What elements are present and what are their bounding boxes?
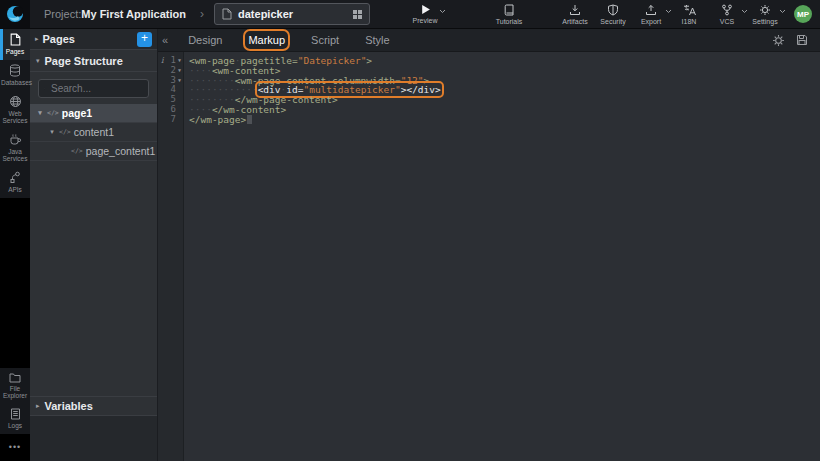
preview-label: Preview: [413, 17, 438, 24]
search-icon: [44, 84, 45, 93]
tab-script[interactable]: Script: [311, 34, 339, 46]
page-structure-label: Page Structure: [45, 55, 151, 67]
page-settings-gear-icon[interactable]: [772, 34, 785, 47]
chevron-down-icon[interactable]: [439, 9, 446, 14]
tab-markup[interactable]: Markup: [248, 34, 285, 46]
tree-item-label: page_content1: [86, 145, 155, 157]
tutorials-label: Tutorials: [496, 18, 523, 25]
download-icon: [569, 4, 581, 16]
left-rail: Pages Databases Web Se: [0, 29, 30, 461]
rail-more-button[interactable]: •••: [0, 434, 30, 461]
page-structure-header[interactable]: ▾ Page Structure: [30, 50, 157, 72]
log-icon: [10, 408, 21, 420]
rail-top-group: Pages Databases Web Se: [0, 29, 30, 198]
code-lines: i1▼<wm-page·pagetitle="Datepicker">2▼···…: [158, 56, 820, 125]
chevron-down-icon[interactable]: [741, 9, 748, 14]
rail-item-pages[interactable]: Pages: [0, 29, 30, 60]
rail-item-file-explorer[interactable]: File Explorer: [0, 368, 30, 404]
dashboard-grid-icon[interactable]: [353, 10, 362, 19]
widget-code-icon: </>: [59, 128, 71, 136]
vcs-button[interactable]: VCS: [712, 4, 742, 25]
pages-sidebar: ▸ Pages + ▾ Page Structure ▾ </>: [30, 29, 158, 461]
wavemaker-logo-icon: [5, 4, 25, 24]
app-logo[interactable]: [0, 0, 30, 28]
i18n-button[interactable]: I18N: [674, 4, 704, 25]
settings-label: Settings: [752, 18, 777, 25]
api-icon: [9, 171, 21, 184]
preview-button[interactable]: Preview: [410, 4, 440, 24]
export-button[interactable]: Export: [636, 4, 666, 25]
rail-item-logs[interactable]: Logs: [0, 404, 30, 434]
save-icon[interactable]: [796, 34, 808, 46]
pages-header-label: Pages: [43, 33, 133, 45]
pages-header[interactable]: ▸ Pages +: [30, 29, 157, 50]
widget-code-icon: </>: [47, 109, 59, 117]
editor-tabbar: « Design Markup Script Style: [158, 29, 820, 52]
tree-item-page1[interactable]: ▾ </> page1: [30, 104, 157, 123]
caret-right-icon[interactable]: ▸: [36, 402, 40, 410]
caret-right-icon[interactable]: ▸: [35, 35, 39, 43]
topbar-actions: Artifacts Security Export: [560, 4, 820, 25]
collapse-sidebar-button[interactable]: «: [162, 34, 168, 46]
markup-code-editor[interactable]: i1▼<wm-page·pagetitle="Datepicker">2▼···…: [158, 52, 820, 461]
breadcrumb-chevron-icon: ›: [200, 7, 204, 21]
line-number: 7: [171, 115, 176, 125]
folder-icon: [9, 372, 21, 383]
code-line[interactable]: 6····</wm-content>: [158, 105, 820, 115]
tab-design[interactable]: Design: [188, 34, 222, 46]
code-line[interactable]: 7</wm-page>: [158, 115, 820, 125]
export-label: Export: [641, 18, 661, 25]
file-icon: [222, 8, 232, 20]
translate-icon: [683, 4, 696, 16]
rail-item-databases[interactable]: Databases: [0, 60, 30, 91]
tab-style[interactable]: Style: [365, 34, 389, 46]
user-avatar[interactable]: MP: [794, 5, 812, 23]
tree-item-content1[interactable]: ▾ </> content1: [30, 123, 157, 142]
vcs-label: VCS: [720, 18, 734, 25]
add-page-button[interactable]: +: [137, 32, 152, 47]
tutorials-button[interactable]: Tutorials: [494, 4, 524, 25]
chevron-down-icon[interactable]: [779, 9, 786, 14]
artifacts-label: Artifacts: [562, 18, 587, 25]
top-bar: Project:My First Application › datepicke…: [0, 0, 820, 29]
caret-down-icon[interactable]: ▾: [36, 57, 40, 65]
security-button[interactable]: Security: [598, 4, 628, 25]
structure-search: [38, 79, 149, 98]
play-icon: [420, 4, 431, 15]
page-icon: [10, 33, 21, 46]
rail-bottom-group: File Explorer Logs: [0, 368, 30, 434]
artifacts-button[interactable]: Artifacts: [560, 4, 590, 25]
tree-item-label: page1: [62, 107, 92, 119]
editor-panel: « Design Markup Script Style: [158, 29, 820, 461]
chevron-down-icon[interactable]: [665, 9, 672, 14]
branch-icon: [721, 4, 733, 16]
variables-header[interactable]: ▸ Variables: [30, 396, 157, 416]
open-file-tab[interactable]: datepicker: [214, 3, 370, 25]
project-name: Project:My First Application: [44, 8, 186, 20]
fold-arrow-icon[interactable]: ▼: [176, 56, 183, 66]
search-input[interactable]: [49, 82, 143, 95]
caret-down-icon[interactable]: ▾: [36, 109, 44, 117]
caret-down-icon[interactable]: ▾: [48, 128, 56, 136]
file-tab-label: datepicker: [238, 8, 347, 20]
rail-item-web-services[interactable]: Web Services: [0, 91, 30, 129]
globe-icon: [9, 95, 22, 108]
security-label: Security: [600, 18, 625, 25]
upload-icon: [645, 4, 657, 16]
info-marker: i: [161, 56, 164, 66]
rail-item-java-services[interactable]: Java Services: [0, 129, 30, 167]
tree-item-label: content1: [74, 126, 114, 138]
i18n-label: I18N: [682, 18, 697, 25]
text-cursor: [247, 115, 252, 124]
coffee-icon: [9, 133, 22, 146]
book-icon: [504, 4, 515, 16]
shield-icon: [607, 4, 619, 16]
settings-button[interactable]: Settings: [750, 4, 780, 25]
tree-item-page-content1[interactable]: </> page_content1: [30, 142, 157, 161]
sidebar-footer: [30, 416, 157, 461]
wavemaker-studio-window: Project:My First Application › datepicke…: [0, 0, 820, 461]
fold-arrow-icon[interactable]: ▼: [176, 76, 183, 86]
rail-item-apis[interactable]: APIs: [0, 167, 30, 198]
widget-code-icon: </>: [71, 147, 83, 155]
fold-arrow-icon[interactable]: ▼: [176, 66, 183, 76]
